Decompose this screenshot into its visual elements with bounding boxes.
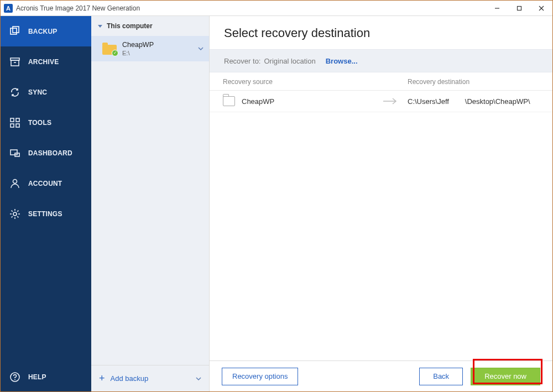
- folder-ok-icon: ✓: [102, 43, 117, 55]
- svg-line-22: [17, 216, 18, 217]
- add-backup-button[interactable]: + Add backup: [91, 365, 209, 391]
- sidebar-item-label: HELP: [28, 373, 46, 381]
- sidebar-item-label: SYNC: [28, 88, 47, 96]
- backup-item-subtitle: E:\: [122, 49, 198, 57]
- svg-rect-11: [11, 124, 14, 127]
- recover-to-bar: Recover to: Original location Browse...: [210, 49, 552, 72]
- backup-list-panel: This computer ✓ CheapWP E:\ +: [91, 16, 210, 391]
- sidebar-item-label: ARCHIVE: [28, 58, 59, 66]
- close-button[interactable]: [530, 1, 552, 16]
- add-backup-label: Add backup: [111, 374, 196, 383]
- backup-icon: [9, 26, 20, 37]
- table-row[interactable]: CheapWP C:\Users\Jeff \Desktop\CheapWP\: [210, 91, 552, 112]
- help-icon: [9, 372, 20, 383]
- back-button[interactable]: Back: [419, 368, 463, 385]
- sidebar-item-settings[interactable]: SETTINGS: [1, 198, 91, 229]
- svg-rect-7: [11, 60, 19, 66]
- archive-icon: [9, 56, 20, 67]
- maximize-button[interactable]: [508, 1, 530, 16]
- recover-to-label: Recover to:: [224, 57, 260, 65]
- col-recovery-destination: Recovery destination: [408, 78, 539, 86]
- sidebar-item-account[interactable]: ACCOUNT: [1, 168, 91, 198]
- minimize-button[interactable]: [486, 1, 508, 16]
- svg-point-15: [13, 179, 17, 183]
- window-title: Acronis True Image 2017 New Generation: [16, 4, 486, 12]
- caret-down-icon: [98, 24, 102, 28]
- backup-list-spacer: [91, 61, 209, 365]
- table-header: Recovery source Recovery destination: [210, 72, 552, 91]
- main-panel: Select recovery destination Recover to: …: [210, 16, 552, 391]
- svg-rect-9: [11, 118, 14, 122]
- svg-rect-1: [518, 6, 521, 10]
- backup-item-cheapwp[interactable]: ✓ CheapWP E:\: [91, 36, 209, 61]
- page-title: Select recovery destination: [210, 16, 552, 49]
- row-source-name: CheapWP: [242, 97, 274, 106]
- svg-rect-13: [11, 150, 17, 155]
- recover-now-button[interactable]: Recover now: [471, 368, 540, 385]
- titlebar: A Acronis True Image 2017 New Generation: [1, 1, 552, 16]
- main-footer: Recovery options Back Recover now: [210, 360, 552, 391]
- browse-link[interactable]: Browse...: [326, 57, 358, 65]
- svg-rect-12: [16, 124, 19, 127]
- sidebar-item-label: BACKUP: [28, 28, 58, 35]
- body: BACKUP ARCHIVE SYNC TOOLS: [1, 16, 552, 391]
- recover-to-value: Original location: [264, 57, 315, 65]
- sidebar-item-dashboard[interactable]: DASHBOARD: [1, 138, 91, 168]
- svg-line-24: [12, 216, 13, 217]
- svg-line-21: [12, 210, 13, 211]
- backup-group-header[interactable]: This computer: [91, 16, 209, 36]
- row-destination-path: C:\Users\Jeff \Desktop\CheapWP\: [408, 97, 539, 106]
- row-source: CheapWP: [223, 96, 373, 106]
- backup-group-label: This computer: [107, 22, 153, 30]
- account-icon: [9, 178, 20, 189]
- sidebar-item-label: ACCOUNT: [28, 180, 62, 187]
- arrow-right-icon: [373, 98, 408, 104]
- backup-item-name: CheapWP: [122, 40, 198, 49]
- svg-line-23: [17, 210, 18, 211]
- sidebar: BACKUP ARCHIVE SYNC TOOLS: [1, 16, 91, 391]
- sidebar-item-tools[interactable]: TOOLS: [1, 107, 91, 138]
- svg-marker-27: [98, 25, 102, 28]
- recovery-options-button[interactable]: Recovery options: [222, 368, 298, 385]
- sidebar-item-sync[interactable]: SYNC: [1, 77, 91, 107]
- svg-rect-10: [16, 118, 19, 122]
- sync-icon: [9, 87, 20, 98]
- svg-rect-5: [13, 27, 19, 33]
- app-window: A Acronis True Image 2017 New Generation…: [0, 0, 553, 392]
- sidebar-item-archive[interactable]: ARCHIVE: [1, 46, 91, 77]
- col-recovery-source: Recovery source: [223, 78, 373, 86]
- sidebar-item-label: TOOLS: [28, 119, 51, 127]
- chevron-down-icon[interactable]: [196, 376, 201, 381]
- backup-item-labels: CheapWP E:\: [122, 40, 198, 58]
- gear-icon: [9, 208, 20, 219]
- sidebar-item-label: DASHBOARD: [28, 149, 72, 157]
- chevron-down-icon[interactable]: [198, 46, 204, 51]
- tools-icon: [9, 117, 20, 128]
- main-spacer: [210, 112, 552, 360]
- svg-point-26: [14, 379, 15, 380]
- sidebar-item-label: SETTINGS: [28, 210, 62, 218]
- svg-rect-4: [11, 28, 17, 34]
- app-icon: A: [4, 4, 13, 13]
- dashboard-icon: [9, 148, 20, 159]
- sidebar-item-backup[interactable]: BACKUP: [1, 16, 91, 46]
- sidebar-item-help[interactable]: HELP: [1, 363, 91, 391]
- plus-icon: +: [99, 373, 105, 384]
- sidebar-spacer: [1, 229, 91, 363]
- window-controls: [486, 1, 552, 16]
- svg-point-16: [13, 212, 17, 216]
- folder-outline-icon: [223, 96, 235, 106]
